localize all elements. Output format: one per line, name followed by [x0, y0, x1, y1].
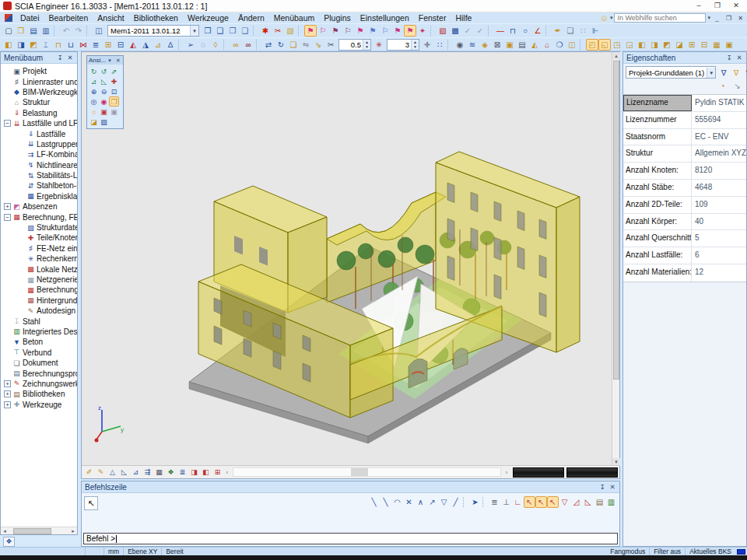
viewport-vscrollbar[interactable]: ▲ ▼: [612, 52, 619, 466]
minimize-button[interactable]: –: [689, 1, 708, 12]
axis-display-icon[interactable]: △: [107, 467, 118, 478]
pin-icon[interactable]: ↧: [56, 54, 64, 61]
tree-item[interactable]: ▦Ergebnisklassen: [1, 191, 77, 201]
chart-pie-icon[interactable]: ◔: [717, 80, 728, 92]
rotate-view-icon[interactable]: ◭: [528, 39, 541, 51]
nonlinear-combinations-icon[interactable]: ⚐: [342, 25, 354, 37]
status-units[interactable]: mm: [104, 548, 124, 555]
cursor-snap-mode-icon[interactable]: ➤: [469, 496, 481, 508]
search-named-icon[interactable]: ∞: [242, 39, 254, 51]
filter-funnel-edit-icon[interactable]: ∇: [730, 67, 742, 79]
shading-mode-icon[interactable]: ≋: [466, 39, 479, 51]
scroll-thumb[interactable]: [13, 528, 51, 534]
tree-item[interactable]: ⇓Belastung: [1, 108, 77, 118]
code-combinations-icon[interactable]: ⚑: [404, 25, 416, 37]
webhelp-search-input[interactable]: [614, 13, 706, 23]
draw-rigid-icon[interactable]: ⊓: [507, 25, 519, 37]
slab-tool-icon[interactable]: ⊔: [65, 39, 77, 51]
new-tree-item-button[interactable]: ❖: [3, 537, 15, 547]
property-value[interactable]: 8120: [692, 163, 746, 179]
spin-down-icon[interactable]: ▼: [363, 44, 370, 50]
rotate-horizontal-icon[interactable]: ↺: [99, 66, 109, 76]
expand-icon[interactable]: +: [4, 203, 11, 210]
copy-add-data-icon[interactable]: ❐: [226, 25, 239, 37]
mdi-restore-button[interactable]: ❐: [724, 14, 734, 23]
rotate-vertical-icon[interactable]: ⇗: [109, 66, 119, 76]
tree-item[interactable]: ⇅Stabilitäts-LFK: [1, 170, 77, 180]
rotate-free-icon[interactable]: ↻: [89, 66, 99, 76]
select-single-icon[interactable]: ➢: [184, 39, 197, 51]
menu-plugins[interactable]: Plugins: [319, 12, 355, 23]
scroll-right-icon[interactable]: ▸: [69, 528, 77, 534]
delete-cmd-icon[interactable]: ✕: [403, 496, 415, 508]
paste-attributes-icon[interactable]: ❑: [214, 25, 226, 37]
draw-slope-cmd-icon[interactable]: ╱: [450, 496, 461, 508]
view-image-1-icon[interactable]: ▣: [99, 107, 109, 117]
property-value[interactable]: 12: [692, 264, 746, 282]
maximize-button[interactable]: ❐: [708, 1, 727, 12]
grid-display-1-icon[interactable]: ◨: [188, 467, 200, 478]
window-layout-4-icon[interactable]: ◲: [623, 39, 636, 51]
property-row[interactable]: Anzahl Knoten:8120: [623, 163, 746, 180]
scroll-left-icon[interactable]: ◂: [1, 528, 9, 534]
dimension-lines-icon[interactable]: ⊩: [589, 25, 601, 37]
view-all-icon[interactable]: ◉: [454, 39, 466, 51]
zoom-factor-spinner[interactable]: 0.5 ▲▼: [338, 39, 371, 51]
window-layout-1-icon[interactable]: ◰: [586, 39, 598, 51]
draw-line-cmd-icon[interactable]: ╲: [368, 496, 380, 508]
scroll-right-icon[interactable]: ›: [503, 470, 510, 475]
open-project-icon[interactable]: ❒: [15, 25, 27, 37]
light-settings-icon[interactable]: ☼: [89, 107, 99, 117]
tree-item[interactable]: ✳Rechenkern einstellen: [1, 254, 77, 264]
window-layout-8-icon[interactable]: ◪: [673, 39, 686, 51]
combinations-icon[interactable]: ⚑: [329, 25, 342, 37]
draw-circle-icon[interactable]: ○: [519, 25, 531, 37]
property-value[interactable]: 5: [692, 230, 746, 247]
property-value[interactable]: 6: [692, 247, 746, 264]
select-workplane-icon[interactable]: ◊: [209, 39, 222, 51]
copy-entities-icon[interactable]: ❏: [287, 39, 300, 51]
combo-dropdown-icon[interactable]: ▾: [190, 26, 198, 36]
document-view-icon[interactable]: ◪: [89, 117, 99, 127]
property-row[interactable]: StrukturAllgemein XYZ: [623, 145, 746, 163]
model-3d-view[interactable]: z y: [82, 52, 612, 466]
perpendicular-snap-icon[interactable]: ⊥: [500, 496, 512, 508]
paintbrush-icon[interactable]: ✒: [552, 25, 564, 37]
menu-fenster[interactable]: Fenster: [414, 12, 451, 23]
window-layout-7-icon[interactable]: ◩: [661, 39, 673, 51]
property-value[interactable]: Allgemein XYZ: [692, 145, 746, 162]
print-view-icon[interactable]: ▤: [516, 39, 528, 51]
property-value[interactable]: 109: [692, 197, 746, 213]
close-button[interactable]: ✕: [727, 1, 745, 12]
draw-angle-cmd-icon[interactable]: ∧: [415, 496, 426, 508]
draw-vector-cmd-icon[interactable]: ↗: [426, 496, 438, 508]
tree-item[interactable]: ▧Strukturdaten kontrollieren: [1, 222, 77, 233]
tree-item[interactable]: −▦Berechnung, FE-Netz: [1, 212, 77, 222]
docked-view-tab-1[interactable]: [513, 467, 564, 478]
hide-entities-icon[interactable]: ⊠: [491, 39, 503, 51]
stretch-entities-icon[interactable]: ⇘: [312, 39, 324, 51]
property-value[interactable]: 40: [692, 214, 746, 230]
close-icon[interactable]: ✕: [735, 54, 743, 61]
menu-bearbeiten[interactable]: Bearbeiten: [44, 12, 93, 23]
menu-werkzeuge[interactable]: Werkzeuge: [183, 12, 233, 23]
tree-item[interactable]: ♯Linienraster und Geschosse: [1, 76, 77, 86]
tree-item[interactable]: ⇵Stahlbeton-LFK: [1, 180, 77, 191]
mirror-entities-icon[interactable]: ⇋: [300, 39, 312, 51]
tree-item[interactable]: ⇊Lastgruppen: [1, 139, 77, 149]
property-value[interactable]: Pyldin STATIK: [692, 95, 746, 111]
tree-item[interactable]: ⌶Stahl: [1, 316, 77, 326]
docked-view-tab-2[interactable]: [566, 467, 618, 478]
tree-item[interactable]: ▥Integriertes Design Forms: [1, 327, 77, 337]
tree-item[interactable]: ◆BIM-Werkzeugkasten: [1, 87, 77, 97]
wall-tool-icon[interactable]: ◧: [2, 39, 15, 51]
mdi-close-button[interactable]: ✕: [735, 14, 745, 23]
close-icon[interactable]: ✕: [66, 54, 74, 61]
tree-item[interactable]: ▩Lokale Netzverdichtung: [1, 264, 77, 274]
solid-tool-1-icon[interactable]: ◭: [127, 39, 139, 51]
paste-add-data-icon[interactable]: ❑: [239, 25, 251, 37]
wizard-icon[interactable]: ▨: [284, 25, 296, 37]
tree-item[interactable]: ♯FE-Netz einstellen: [1, 243, 77, 254]
move-entities-icon[interactable]: ⇄: [262, 39, 275, 51]
status-plane[interactable]: Ebene XY: [124, 548, 162, 555]
